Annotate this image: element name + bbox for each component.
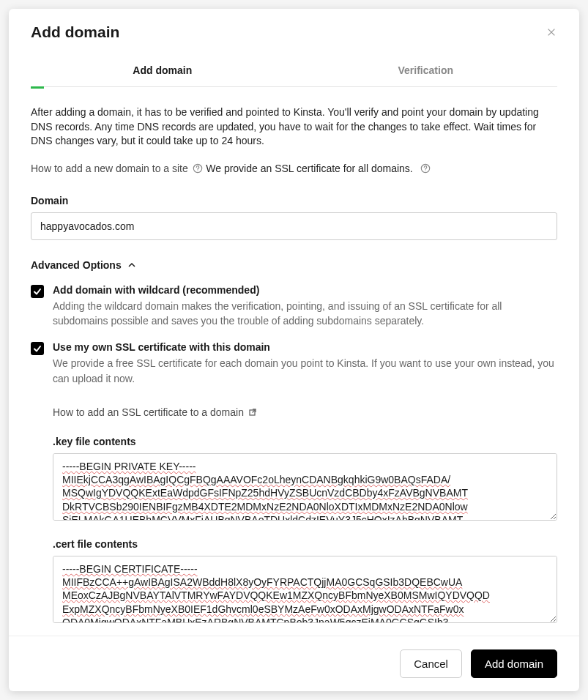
wildcard-option: Add domain with wildcard (recommended) A…: [31, 284, 557, 329]
svg-point-5: [425, 170, 425, 171]
help-link-add-domain[interactable]: How to add a new domain to a site: [31, 163, 203, 174]
domain-input[interactable]: [31, 212, 557, 240]
key-file-label: .key file contents: [53, 436, 557, 447]
own-ssl-option: Use my own SSL certificate with this dom…: [31, 341, 557, 386]
ssl-intro: We provide an SSL certificate for all do…: [206, 163, 430, 174]
close-icon[interactable]: [546, 26, 557, 38]
own-ssl-content: Use my own SSL certificate with this dom…: [53, 341, 557, 386]
domain-label: Domain: [31, 195, 557, 206]
modal-header: Add domain: [9, 9, 579, 54]
add-domain-modal: Add domain Add domain Verification After…: [9, 9, 579, 691]
help-icon[interactable]: [420, 163, 431, 174]
own-ssl-desc: We provide a free SSL certificate for ea…: [53, 356, 557, 386]
modal-title: Add domain: [31, 23, 119, 41]
key-file-textarea[interactable]: [53, 453, 557, 521]
modal-body: After adding a domain, it has to be veri…: [9, 89, 579, 636]
wildcard-title: Add domain with wildcard (recommended): [53, 284, 557, 296]
help-icon: [193, 163, 203, 174]
own-ssl-checkbox[interactable]: [31, 342, 44, 355]
add-domain-button[interactable]: Add domain: [471, 649, 557, 678]
advanced-options-toggle[interactable]: Advanced Options: [31, 259, 557, 271]
ssl-intro-text: We provide an SSL certificate for all do…: [206, 163, 412, 174]
tabs: Add domain Verification: [31, 54, 557, 87]
cert-file-textarea[interactable]: [53, 556, 557, 623]
progress-bar: [31, 86, 557, 89]
own-ssl-title: Use my own SSL certificate with this dom…: [53, 341, 557, 353]
tab-verification[interactable]: Verification: [294, 54, 558, 86]
chevron-up-icon: [127, 261, 136, 269]
wildcard-content: Add domain with wildcard (recommended) A…: [53, 284, 557, 329]
external-link-icon: [248, 408, 257, 417]
wildcard-desc: Adding the wildcard domain makes the ver…: [53, 299, 557, 329]
ssl-help-text: How to add an SSL certificate to a domai…: [53, 406, 244, 418]
cert-file-label: .cert file contents: [53, 538, 557, 550]
cert-file-section: .cert file contents: [53, 538, 557, 626]
help-link-ssl[interactable]: How to add an SSL certificate to a domai…: [53, 406, 257, 418]
svg-point-3: [197, 170, 198, 171]
help-link-text: How to add a new domain to a site: [31, 163, 188, 174]
intro-text: After adding a domain, it has to be veri…: [31, 105, 557, 149]
cancel-button[interactable]: Cancel: [400, 649, 462, 678]
key-file-section: .key file contents: [53, 436, 557, 524]
advanced-label: Advanced Options: [31, 259, 122, 271]
wildcard-checkbox[interactable]: [31, 285, 44, 298]
tab-add-domain[interactable]: Add domain: [31, 54, 294, 86]
progress-fill: [31, 86, 44, 89]
modal-footer: Cancel Add domain: [9, 636, 579, 691]
